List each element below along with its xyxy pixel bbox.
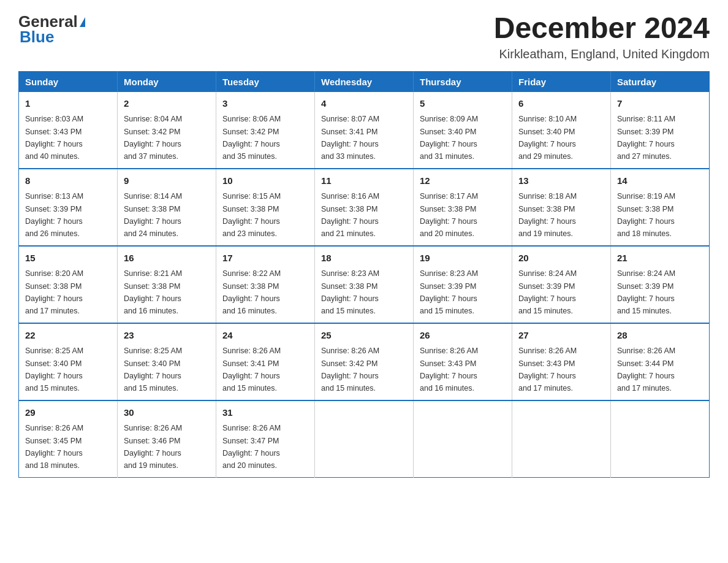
day-info: Sunrise: 8:17 AMSunset: 3:38 PMDaylight:… (420, 192, 478, 238)
day-number: 10 (222, 174, 308, 188)
table-row: 18 Sunrise: 8:23 AMSunset: 3:38 PMDaylig… (315, 246, 414, 323)
table-row: 21 Sunrise: 8:24 AMSunset: 3:39 PMDaylig… (611, 246, 710, 323)
table-row: 19 Sunrise: 8:23 AMSunset: 3:39 PMDaylig… (414, 246, 512, 323)
table-row: 4 Sunrise: 8:07 AMSunset: 3:41 PMDayligh… (315, 92, 414, 169)
table-row: 13 Sunrise: 8:18 AMSunset: 3:38 PMDaylig… (512, 169, 611, 246)
logo: General Blue (18, 12, 85, 47)
day-info: Sunrise: 8:26 AMSunset: 3:41 PMDaylight:… (222, 347, 281, 393)
col-monday: Monday (118, 71, 216, 92)
day-info: Sunrise: 8:18 AMSunset: 3:38 PMDaylight:… (518, 192, 577, 238)
day-info: Sunrise: 8:03 AMSunset: 3:43 PMDaylight:… (25, 115, 83, 161)
day-info: Sunrise: 8:15 AMSunset: 3:38 PMDaylight:… (222, 192, 281, 238)
table-row: 7 Sunrise: 8:11 AMSunset: 3:39 PMDayligh… (611, 92, 710, 169)
table-row: 17 Sunrise: 8:22 AMSunset: 3:38 PMDaylig… (216, 246, 315, 323)
day-info: Sunrise: 8:04 AMSunset: 3:42 PMDaylight:… (124, 115, 182, 161)
day-number: 30 (124, 406, 210, 420)
table-row: 20 Sunrise: 8:24 AMSunset: 3:39 PMDaylig… (512, 246, 611, 323)
day-info: Sunrise: 8:26 AMSunset: 3:43 PMDaylight:… (518, 347, 577, 393)
day-info: Sunrise: 8:24 AMSunset: 3:39 PMDaylight:… (617, 269, 675, 315)
table-row: 6 Sunrise: 8:10 AMSunset: 3:40 PMDayligh… (512, 92, 611, 169)
day-number: 2 (124, 97, 210, 111)
table-row: 10 Sunrise: 8:15 AMSunset: 3:38 PMDaylig… (216, 169, 315, 246)
table-row: 14 Sunrise: 8:19 AMSunset: 3:38 PMDaylig… (611, 169, 710, 246)
day-number: 1 (25, 97, 111, 111)
day-number: 18 (321, 251, 407, 266)
table-row: 15 Sunrise: 8:20 AMSunset: 3:38 PMDaylig… (19, 246, 118, 323)
table-row: 25 Sunrise: 8:26 AMSunset: 3:42 PMDaylig… (315, 323, 414, 400)
day-number: 31 (222, 406, 308, 420)
col-saturday: Saturday (611, 71, 710, 92)
day-info: Sunrise: 8:26 AMSunset: 3:46 PMDaylight:… (124, 424, 182, 470)
table-row (512, 400, 611, 478)
day-number: 11 (321, 174, 407, 188)
day-info: Sunrise: 8:16 AMSunset: 3:38 PMDaylight:… (321, 192, 379, 238)
day-info: Sunrise: 8:06 AMSunset: 3:42 PMDaylight:… (222, 115, 281, 161)
calendar-title-area: December 2024 Kirkleatham, England, Unit… (494, 12, 710, 61)
day-info: Sunrise: 8:21 AMSunset: 3:38 PMDaylight:… (124, 269, 182, 315)
day-number: 4 (321, 97, 407, 111)
day-number: 22 (25, 329, 111, 343)
day-info: Sunrise: 8:19 AMSunset: 3:38 PMDaylight:… (617, 192, 675, 238)
table-row: 2 Sunrise: 8:04 AMSunset: 3:42 PMDayligh… (118, 92, 216, 169)
day-info: Sunrise: 8:23 AMSunset: 3:39 PMDaylight:… (420, 269, 478, 315)
table-row: 30 Sunrise: 8:26 AMSunset: 3:46 PMDaylig… (118, 400, 216, 478)
day-info: Sunrise: 8:25 AMSunset: 3:40 PMDaylight:… (25, 347, 83, 393)
day-info: Sunrise: 8:24 AMSunset: 3:39 PMDaylight:… (518, 269, 577, 315)
table-row: 22 Sunrise: 8:25 AMSunset: 3:40 PMDaylig… (19, 323, 118, 400)
location-subtitle: Kirkleatham, England, United Kingdom (494, 47, 710, 61)
day-number: 5 (420, 97, 506, 111)
calendar-week-row: 29 Sunrise: 8:26 AMSunset: 3:45 PMDaylig… (19, 400, 710, 478)
day-info: Sunrise: 8:26 AMSunset: 3:42 PMDaylight:… (321, 347, 379, 393)
day-number: 7 (617, 97, 703, 111)
calendar-header-row: Sunday Monday Tuesday Wednesday Thursday… (19, 71, 710, 92)
day-number: 17 (222, 251, 308, 266)
table-row: 26 Sunrise: 8:26 AMSunset: 3:43 PMDaylig… (414, 323, 512, 400)
day-info: Sunrise: 8:07 AMSunset: 3:41 PMDaylight:… (321, 115, 379, 161)
day-number: 20 (518, 251, 604, 266)
page-header: General Blue December 2024 Kirkleatham, … (18, 12, 710, 61)
calendar-week-row: 8 Sunrise: 8:13 AMSunset: 3:39 PMDayligh… (19, 169, 710, 246)
day-number: 14 (617, 174, 703, 188)
table-row: 3 Sunrise: 8:06 AMSunset: 3:42 PMDayligh… (216, 92, 315, 169)
table-row: 1 Sunrise: 8:03 AMSunset: 3:43 PMDayligh… (19, 92, 118, 169)
day-number: 16 (124, 251, 210, 266)
table-row: 16 Sunrise: 8:21 AMSunset: 3:38 PMDaylig… (118, 246, 216, 323)
table-row: 11 Sunrise: 8:16 AMSunset: 3:38 PMDaylig… (315, 169, 414, 246)
logo-triangle-icon (80, 17, 85, 27)
col-sunday: Sunday (19, 71, 118, 92)
calendar-week-row: 15 Sunrise: 8:20 AMSunset: 3:38 PMDaylig… (19, 246, 710, 323)
day-number: 8 (25, 174, 111, 188)
day-number: 15 (25, 251, 111, 266)
day-number: 21 (617, 251, 703, 266)
day-number: 13 (518, 174, 604, 188)
col-tuesday: Tuesday (216, 71, 315, 92)
day-info: Sunrise: 8:10 AMSunset: 3:40 PMDaylight:… (518, 115, 577, 161)
day-info: Sunrise: 8:20 AMSunset: 3:38 PMDaylight:… (25, 269, 83, 315)
month-year-title: December 2024 (494, 12, 710, 45)
day-number: 23 (124, 329, 210, 343)
table-row (414, 400, 512, 478)
day-number: 9 (124, 174, 210, 188)
col-thursday: Thursday (414, 71, 512, 92)
day-number: 19 (420, 251, 506, 266)
table-row: 31 Sunrise: 8:26 AMSunset: 3:47 PMDaylig… (216, 400, 315, 478)
day-number: 26 (420, 329, 506, 343)
table-row: 28 Sunrise: 8:26 AMSunset: 3:44 PMDaylig… (611, 323, 710, 400)
day-number: 12 (420, 174, 506, 188)
day-number: 29 (25, 406, 111, 420)
day-info: Sunrise: 8:09 AMSunset: 3:40 PMDaylight:… (420, 115, 478, 161)
day-number: 3 (222, 97, 308, 111)
table-row (315, 400, 414, 478)
table-row (611, 400, 710, 478)
day-number: 25 (321, 329, 407, 343)
table-row: 8 Sunrise: 8:13 AMSunset: 3:39 PMDayligh… (19, 169, 118, 246)
col-friday: Friday (512, 71, 611, 92)
day-info: Sunrise: 8:22 AMSunset: 3:38 PMDaylight:… (222, 269, 281, 315)
table-row: 9 Sunrise: 8:14 AMSunset: 3:38 PMDayligh… (118, 169, 216, 246)
day-info: Sunrise: 8:26 AMSunset: 3:47 PMDaylight:… (222, 424, 281, 470)
day-info: Sunrise: 8:23 AMSunset: 3:38 PMDaylight:… (321, 269, 379, 315)
day-number: 6 (518, 97, 604, 111)
table-row: 5 Sunrise: 8:09 AMSunset: 3:40 PMDayligh… (414, 92, 512, 169)
day-info: Sunrise: 8:11 AMSunset: 3:39 PMDaylight:… (617, 115, 675, 161)
logo-blue-text: Blue (20, 28, 54, 47)
